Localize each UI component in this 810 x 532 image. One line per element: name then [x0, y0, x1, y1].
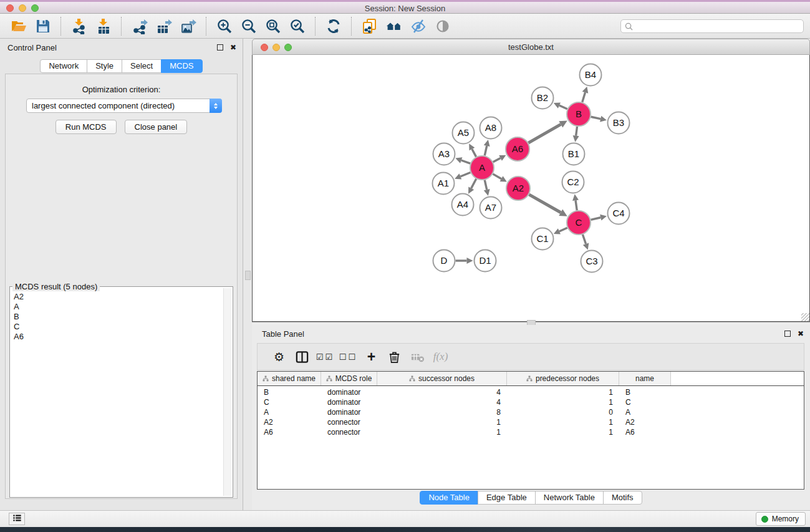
float-table-panel-icon[interactable] [784, 331, 791, 337]
import-table-button[interactable] [91, 16, 115, 36]
graph-node-C2[interactable]: C2 [562, 172, 584, 193]
toggle-column-view-button[interactable] [291, 347, 314, 367]
close-panel-button[interactable]: Close panel [125, 120, 188, 134]
select-all-rows-button[interactable]: ☑☑ [314, 347, 337, 367]
first-neighbors-button[interactable] [382, 16, 406, 36]
graph-node-D[interactable]: D [433, 250, 455, 272]
graph-edge-A2-C [529, 195, 567, 216]
create-column-button[interactable]: + [360, 347, 383, 367]
graph-node-B2[interactable]: B2 [532, 87, 554, 109]
tab-style[interactable]: Style [87, 59, 122, 73]
toggle-column-view-icon [295, 350, 309, 364]
result-item[interactable]: C [14, 322, 223, 332]
graph-node-B1[interactable]: B1 [563, 143, 585, 165]
graph-node-B4[interactable]: B4 [580, 64, 602, 86]
graph-node-C[interactable]: C [567, 211, 591, 235]
table-row[interactable]: Cdominator41C [258, 397, 804, 407]
graph-node-D1[interactable]: D1 [475, 250, 496, 272]
table-row[interactable]: A6connector11A6 [258, 427, 804, 437]
column-header-MCDS-role[interactable]: MCDS role [321, 372, 377, 385]
graph-node-A6[interactable]: A6 [506, 137, 529, 161]
close-panel-icon[interactable]: ✖ [230, 44, 236, 51]
tab-network[interactable]: Network [40, 59, 87, 73]
mcds-result-scrollbar[interactable] [223, 288, 231, 496]
zoom-fit-button[interactable] [261, 16, 285, 36]
export-network-button[interactable] [127, 16, 152, 36]
graph-node-A5[interactable]: A5 [453, 122, 475, 144]
import-network-icon [71, 18, 87, 34]
hide-graphics-details-icon [410, 18, 427, 34]
show-graphics-details-button[interactable] [430, 16, 455, 36]
vertical-splitter-handle[interactable] [245, 271, 251, 280]
result-item[interactable]: A6 [14, 332, 223, 342]
table-settings-button[interactable]: ⚙ [268, 347, 291, 367]
titlebar: Session: New Session [0, 0, 810, 14]
zoom-out-button[interactable] [236, 16, 261, 36]
new-network-from-selection-button[interactable] [357, 16, 382, 36]
column-header-name[interactable]: name [619, 372, 671, 385]
result-item[interactable]: B [14, 312, 223, 322]
graph-node-A7[interactable]: A7 [480, 197, 502, 219]
network-maximize-button[interactable] [284, 44, 292, 51]
apply-preferred-layout-button[interactable] [321, 16, 345, 36]
graph-node-C1[interactable]: C1 [532, 228, 554, 250]
resize-grip-icon[interactable] [801, 313, 809, 321]
graph-node-A8[interactable]: A8 [480, 117, 502, 139]
network-canvas[interactable]: AA6A2BCA5A8A3A1A4A7B2B4B3B1C2C4C1C3DD1 [252, 55, 810, 322]
toolbar-separator [60, 17, 61, 36]
memory-button[interactable]: Memory [756, 512, 806, 526]
svg-text:B: B [576, 109, 582, 119]
search-input[interactable] [635, 21, 801, 32]
tab-network-table[interactable]: Network Table [535, 491, 604, 505]
open-file-button[interactable] [6, 16, 31, 36]
tab-motifs[interactable]: Motifs [603, 491, 642, 505]
table-row[interactable]: Bdominator41B [258, 387, 804, 397]
vertical-splitter[interactable] [243, 39, 252, 510]
table-panel-tabs: Node TableEdge TableNetwork TableMotifs [252, 491, 810, 505]
column-header-shared-name[interactable]: shared name [258, 372, 321, 385]
graph-node-C3[interactable]: C3 [581, 251, 603, 273]
function-builder-button[interactable]: f(x) [429, 347, 452, 367]
table-row[interactable]: A2connector11A2 [258, 417, 804, 427]
delete-columns-button[interactable] [383, 347, 406, 367]
tab-select[interactable]: Select [122, 59, 162, 73]
export-table-button[interactable] [152, 16, 176, 36]
network-close-button[interactable] [261, 44, 268, 51]
graph-node-A1[interactable]: A1 [433, 173, 455, 195]
graph-node-B3[interactable]: B3 [608, 112, 630, 134]
zoom-selected-button[interactable] [285, 16, 309, 36]
table-row[interactable]: Adominator80A [258, 407, 804, 417]
result-item[interactable]: A2 [14, 292, 223, 302]
column-header-successor-nodes[interactable]: successor nodes [377, 372, 507, 385]
graph-node-C4[interactable]: C4 [608, 203, 630, 225]
graph-node-A3[interactable]: A3 [433, 143, 455, 165]
network-minimize-button[interactable] [272, 44, 280, 51]
save-session-button[interactable] [31, 16, 55, 36]
graph-edge-A-A8 [484, 140, 490, 155]
search-box[interactable] [620, 19, 804, 33]
deselect-all-rows-button[interactable]: ☐☐ [337, 347, 360, 367]
graph-node-A4[interactable]: A4 [452, 194, 474, 216]
result-item[interactable]: A [14, 302, 223, 312]
tab-mcds[interactable]: MCDS [161, 59, 202, 73]
optimization-criterion-select[interactable]: largest connected component (directed) [26, 99, 222, 113]
export-image-button[interactable] [176, 16, 200, 36]
node-table-header: shared nameMCDS rolesuccessor nodesprede… [258, 372, 804, 386]
graph-node-B[interactable]: B [567, 102, 591, 126]
delete-table-button[interactable] [406, 347, 429, 367]
float-panel-icon[interactable] [217, 44, 223, 51]
network-window-titlebar[interactable]: testGlobe.txt [252, 39, 810, 55]
close-table-panel-icon[interactable]: ✖ [798, 330, 804, 337]
hide-graphics-details-button[interactable] [406, 16, 430, 36]
memory-label: Memory [772, 515, 799, 523]
column-header-predecessor-nodes[interactable]: predecessor nodes [507, 372, 619, 385]
zoom-in-button[interactable] [212, 16, 236, 36]
import-network-button[interactable] [67, 16, 91, 36]
tab-edge-table[interactable]: Edge Table [478, 491, 536, 505]
tab-node-table[interactable]: Node Table [420, 491, 478, 505]
run-mcds-button[interactable]: Run MCDS [55, 120, 117, 134]
task-history-button[interactable] [9, 513, 25, 525]
graph-node-A[interactable]: A [470, 156, 494, 180]
graph-node-A2[interactable]: A2 [506, 177, 530, 200]
table-cell: A2 [258, 418, 321, 427]
